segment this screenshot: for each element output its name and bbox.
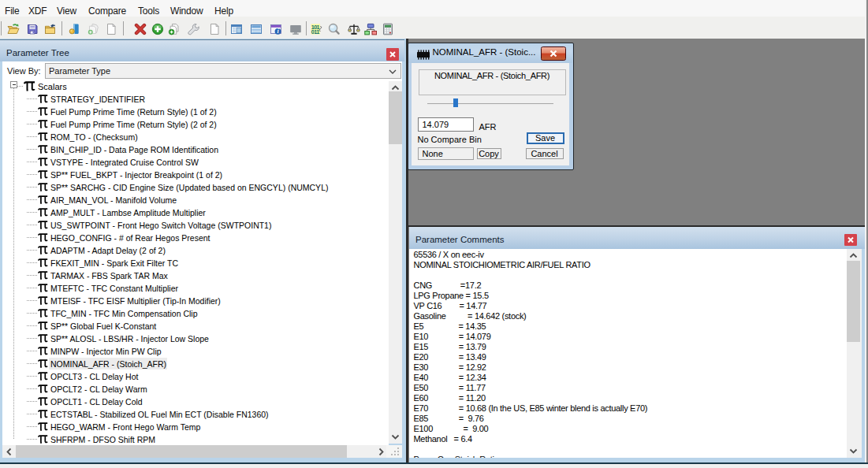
svg-text:011: 011	[311, 28, 319, 35]
